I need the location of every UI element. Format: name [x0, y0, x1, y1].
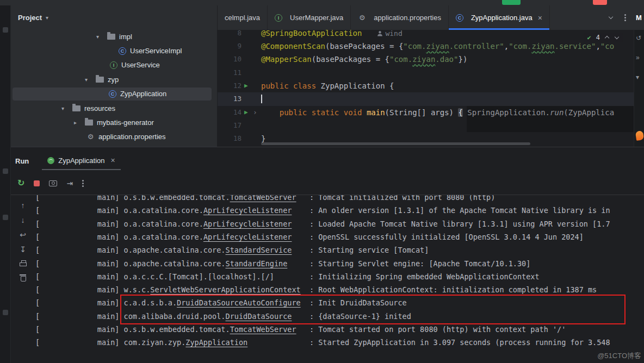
chevron-down-icon[interactable]: ▾: [61, 105, 72, 111]
right-tool-window-label[interactable]: M: [634, 5, 644, 30]
tree-item-userservice[interactable]: IUserService: [11, 58, 217, 72]
hidden-tabs-chevron-icon[interactable]: [609, 15, 614, 20]
tab-options-kebab-icon[interactable]: [624, 17, 626, 18]
scroll-end-icon[interactable]: ↧: [20, 246, 26, 253]
close-icon[interactable]: ×: [538, 14, 542, 22]
console-line[interactable]: [ main] o.a.catalina.core.AprLifecycleLi…: [35, 217, 610, 230]
fold-chevron-icon[interactable]: ›: [253, 106, 257, 119]
print-icon[interactable]: [20, 260, 27, 267]
tab-celmpl-java[interactable]: celmpl.java: [218, 5, 268, 30]
code-line[interactable]: 9@ComponentScan(basePackages = {"com.ziy…: [218, 40, 634, 53]
code-line[interactable]: 12▶public class ZypApplication {: [218, 79, 634, 92]
tree-item-label: UserServiceImpl: [130, 47, 182, 55]
console-line[interactable]: [ main] o.s.b.w.embedded.tomcat.TomcatWe…: [35, 195, 495, 204]
tree-item-resources[interactable]: ▾resources: [11, 101, 217, 115]
down-icon[interactable]: ↓: [21, 216, 25, 224]
console-line[interactable]: [ main] com.ziyan.zyp.ZypApplication: St…: [35, 336, 610, 349]
console-line[interactable]: [ main] o.a.c.c.C.[Tomcat].[localhost].[…: [35, 270, 540, 283]
tree-item-label: mybatis-generator: [97, 118, 154, 127]
close-icon[interactable]: ×: [111, 156, 115, 165]
chevron-right-icon[interactable]: ▸: [74, 120, 85, 126]
code-editor[interactable]: 8@SpringBootApplicationwind9@ComponentSc…: [218, 30, 634, 147]
console-output[interactable]: [ main] o.s.b.w.embedded.tomcat.TomcatWe…: [35, 195, 644, 363]
class-link[interactable]: ZypApplication: [185, 338, 247, 347]
logger-name: o.a.catalina.core.AprLifecycleListener: [124, 217, 309, 230]
logger-name: o.s.b.w.embedded.tomcat.TomcatWebServer: [124, 195, 309, 204]
project-tree: ▾implCUserServiceImplIUserService▾zypCZy…: [11, 29, 217, 144]
class-link[interactable]: AprLifecycleListener: [203, 206, 292, 215]
class-link[interactable]: StandardService: [226, 246, 292, 254]
tree-item-zyp[interactable]: ▾zyp: [11, 72, 217, 86]
tab-application-properties[interactable]: ⚙application.properties: [351, 5, 449, 30]
soft-wrap-icon[interactable]: ↩: [20, 231, 26, 239]
class-link[interactable]: TomcatWebServer: [230, 195, 296, 202]
code-line[interactable]: 10@MapperScan(basePackages = {"com.ziyan…: [218, 53, 634, 66]
console-line[interactable]: [ main] o.s.b.w.embedded.tomcat.TomcatWe…: [35, 323, 566, 336]
code-line[interactable]: 13: [218, 92, 634, 105]
line-number: 8: [218, 30, 242, 40]
left-tool-window-stripe: [0, 5, 11, 363]
camera-icon[interactable]: [49, 180, 57, 186]
logger-name: o.apache.catalina.core.StandardService: [124, 243, 309, 256]
run-config-tab[interactable]: ZypApplication ×: [42, 152, 120, 170]
tree-item-zypapplication[interactable]: CZypApplication: [11, 87, 217, 101]
console-line[interactable]: [ main] o.a.catalina.core.AprLifecycleLi…: [35, 204, 610, 217]
class-icon: C: [119, 47, 126, 55]
tree-item-mybatis-generator[interactable]: ▸mybatis-generator: [11, 115, 217, 129]
chevron-down-icon: ▾: [46, 15, 48, 21]
fold-region-shade: [467, 106, 634, 133]
tool-stripe-icon[interactable]: [3, 168, 8, 174]
text-caret: [261, 95, 262, 103]
project-panel-header[interactable]: Project ▾: [11, 5, 217, 29]
double-arrow-icon[interactable]: »: [636, 54, 640, 61]
next-issue-chevron-icon[interactable]: [615, 35, 620, 40]
tool-stripe-icon[interactable]: [3, 215, 8, 220]
code-line[interactable]: 11: [218, 66, 634, 79]
interface-icon: I: [110, 61, 117, 69]
project-panel: Project ▾ ▾implCUserServiceImplIUserServ…: [11, 5, 218, 147]
folder-icon: [85, 120, 93, 126]
chevron-down-icon[interactable]: ▾: [636, 73, 639, 81]
code-text: @SpringBootApplicationwind: [261, 30, 403, 40]
tree-item-label: zyp: [108, 76, 119, 84]
horizontal-scrollbar[interactable]: [261, 142, 530, 145]
code-line[interactable]: 8@SpringBootApplicationwind: [218, 30, 634, 40]
stop-button[interactable]: [593, 0, 607, 5]
rerun-icon[interactable]: ↻: [17, 179, 24, 187]
tab-label: UserMapper.java: [290, 14, 343, 22]
class-link[interactable]: AprLifecycleListener: [203, 233, 292, 241]
author-hint: wind: [377, 30, 402, 37]
line-number: 9: [218, 40, 242, 53]
inspections-widget[interactable]: ✔ 4: [584, 33, 623, 42]
console-line[interactable]: [ main] o.apache.catalina.core.StandardE…: [35, 257, 530, 270]
run-gutter-icon[interactable]: ▶: [244, 79, 248, 92]
tree-item-impl[interactable]: ▾impl: [11, 29, 217, 43]
up-icon[interactable]: ↑: [21, 202, 25, 209]
console-line[interactable]: [ main] o.a.catalina.core.AprLifecycleLi…: [35, 230, 584, 243]
stop-icon[interactable]: [34, 180, 40, 186]
run-button[interactable]: [502, 0, 521, 5]
export-icon[interactable]: ⇥: [66, 179, 73, 187]
line-number: 18: [218, 132, 242, 145]
class-link[interactable]: AprLifecycleListener: [203, 220, 292, 228]
clear-icon[interactable]: [20, 274, 26, 281]
class-link[interactable]: ServletWebServerApplicationContext: [150, 285, 300, 294]
console-line[interactable]: [ main] o.apache.catalina.core.StandardS…: [35, 243, 429, 256]
notification-flame-icon[interactable]: [635, 130, 644, 141]
reload-icon[interactable]: ↺: [636, 34, 641, 42]
more-icon[interactable]: [82, 183, 84, 184]
tool-stripe-icon[interactable]: [3, 27, 8, 33]
tab-usermapper-java[interactable]: IUserMapper.java: [268, 5, 351, 30]
tree-item-application-properties[interactable]: ⚙application.properties: [11, 130, 217, 144]
class-link[interactable]: TomcatWebServer: [230, 325, 296, 334]
logger-name: o.a.catalina.core.AprLifecycleListener: [124, 230, 309, 243]
prev-issue-chevron-icon[interactable]: [605, 35, 610, 40]
run-gutter-icon[interactable]: ▶: [244, 106, 248, 119]
chevron-down-icon[interactable]: ▾: [85, 77, 96, 83]
chevron-down-icon[interactable]: ▾: [96, 34, 107, 40]
tree-item-userserviceimpl[interactable]: CUserServiceImpl: [11, 43, 217, 58]
tab-zypapplication-java[interactable]: CZypApplication.java×: [449, 5, 550, 30]
watermark: @51CTO博客: [597, 351, 641, 361]
class-link[interactable]: StandardEngine: [226, 259, 288, 268]
tool-stripe-icon[interactable]: [3, 310, 8, 315]
